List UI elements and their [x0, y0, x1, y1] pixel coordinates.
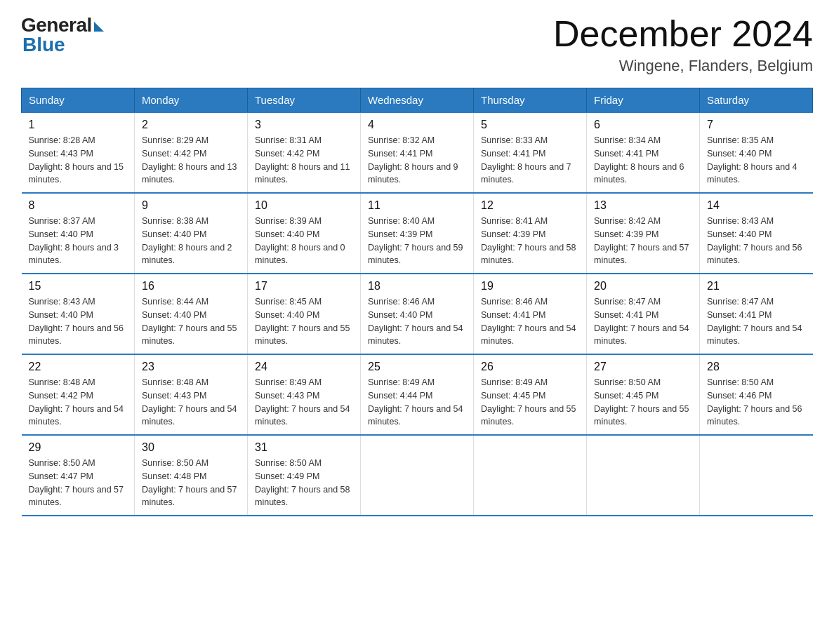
calendar-week-row: 22 Sunrise: 8:48 AM Sunset: 4:42 PM Dayl… [22, 354, 813, 435]
day-info: Sunrise: 8:47 AM Sunset: 4:41 PM Dayligh… [594, 295, 692, 348]
calendar-day-cell [587, 435, 700, 516]
logo-arrow-icon [94, 22, 104, 32]
calendar-day-cell: 18 Sunrise: 8:46 AM Sunset: 4:40 PM Dayl… [361, 274, 474, 354]
calendar-day-cell: 11 Sunrise: 8:40 AM Sunset: 4:39 PM Dayl… [361, 193, 474, 274]
day-number: 30 [142, 441, 240, 454]
calendar-day-cell: 30 Sunrise: 8:50 AM Sunset: 4:48 PM Dayl… [135, 435, 248, 516]
day-number: 18 [368, 280, 466, 293]
header-row: Sunday Monday Tuesday Wednesday Thursday… [22, 88, 813, 113]
calendar-table: Sunday Monday Tuesday Wednesday Thursday… [21, 88, 813, 516]
calendar-day-cell: 16 Sunrise: 8:44 AM Sunset: 4:40 PM Dayl… [135, 274, 248, 354]
day-info: Sunrise: 8:29 AM Sunset: 4:42 PM Dayligh… [142, 134, 240, 187]
day-info: Sunrise: 8:48 AM Sunset: 4:43 PM Dayligh… [142, 376, 240, 429]
calendar-day-cell: 14 Sunrise: 8:43 AM Sunset: 4:40 PM Dayl… [700, 193, 813, 274]
day-info: Sunrise: 8:33 AM Sunset: 4:41 PM Dayligh… [481, 134, 579, 187]
calendar-day-cell: 17 Sunrise: 8:45 AM Sunset: 4:40 PM Dayl… [248, 274, 361, 354]
month-title: December 2024 [553, 14, 813, 54]
calendar-day-cell: 7 Sunrise: 8:35 AM Sunset: 4:40 PM Dayli… [700, 112, 813, 193]
title-area: December 2024 Wingene, Flanders, Belgium [553, 14, 813, 75]
day-info: Sunrise: 8:35 AM Sunset: 4:40 PM Dayligh… [707, 134, 806, 187]
calendar-day-cell: 29 Sunrise: 8:50 AM Sunset: 4:47 PM Dayl… [22, 435, 135, 516]
calendar-day-cell [700, 435, 813, 516]
day-number: 12 [481, 199, 579, 212]
calendar-body: 1 Sunrise: 8:28 AM Sunset: 4:43 PM Dayli… [22, 112, 813, 516]
day-number: 21 [707, 280, 806, 293]
calendar-day-cell: 12 Sunrise: 8:41 AM Sunset: 4:39 PM Dayl… [474, 193, 587, 274]
day-info: Sunrise: 8:46 AM Sunset: 4:41 PM Dayligh… [481, 295, 579, 348]
day-info: Sunrise: 8:50 AM Sunset: 4:46 PM Dayligh… [707, 376, 806, 429]
day-info: Sunrise: 8:32 AM Sunset: 4:41 PM Dayligh… [368, 134, 466, 187]
day-info: Sunrise: 8:44 AM Sunset: 4:40 PM Dayligh… [142, 295, 240, 348]
calendar-day-cell: 20 Sunrise: 8:47 AM Sunset: 4:41 PM Dayl… [587, 274, 700, 354]
calendar-day-cell: 9 Sunrise: 8:38 AM Sunset: 4:40 PM Dayli… [135, 193, 248, 274]
day-number: 23 [142, 361, 240, 373]
location-subtitle: Wingene, Flanders, Belgium [553, 57, 813, 75]
day-info: Sunrise: 8:31 AM Sunset: 4:42 PM Dayligh… [255, 134, 353, 187]
calendar-day-cell: 24 Sunrise: 8:49 AM Sunset: 4:43 PM Dayl… [248, 354, 361, 435]
calendar-day-cell: 28 Sunrise: 8:50 AM Sunset: 4:46 PM Dayl… [700, 354, 813, 435]
day-number: 5 [481, 119, 579, 131]
calendar-day-cell: 10 Sunrise: 8:39 AM Sunset: 4:40 PM Dayl… [248, 193, 361, 274]
day-number: 26 [481, 361, 579, 373]
day-info: Sunrise: 8:49 AM Sunset: 4:44 PM Dayligh… [368, 376, 466, 429]
calendar-day-cell: 27 Sunrise: 8:50 AM Sunset: 4:45 PM Dayl… [587, 354, 700, 435]
day-number: 4 [368, 119, 466, 131]
day-info: Sunrise: 8:47 AM Sunset: 4:41 PM Dayligh… [707, 295, 806, 348]
day-number: 25 [368, 361, 466, 373]
day-number: 31 [255, 441, 353, 454]
day-info: Sunrise: 8:50 AM Sunset: 4:49 PM Dayligh… [255, 457, 353, 509]
calendar-day-cell: 21 Sunrise: 8:47 AM Sunset: 4:41 PM Dayl… [700, 274, 813, 354]
day-number: 17 [255, 280, 353, 293]
col-tuesday: Tuesday [248, 88, 361, 113]
day-info: Sunrise: 8:50 AM Sunset: 4:47 PM Dayligh… [29, 457, 128, 509]
calendar-day-cell: 2 Sunrise: 8:29 AM Sunset: 4:42 PM Dayli… [135, 112, 248, 193]
day-info: Sunrise: 8:49 AM Sunset: 4:45 PM Dayligh… [481, 376, 579, 429]
calendar-header: Sunday Monday Tuesday Wednesday Thursday… [22, 88, 813, 113]
logo-blue-text: Blue [21, 34, 65, 56]
day-number: 3 [255, 119, 353, 131]
col-monday: Monday [135, 88, 248, 113]
day-number: 29 [29, 441, 128, 454]
calendar-day-cell: 22 Sunrise: 8:48 AM Sunset: 4:42 PM Dayl… [22, 354, 135, 435]
day-number: 10 [255, 199, 353, 212]
day-info: Sunrise: 8:40 AM Sunset: 4:39 PM Dayligh… [368, 215, 466, 267]
calendar-day-cell: 13 Sunrise: 8:42 AM Sunset: 4:39 PM Dayl… [587, 193, 700, 274]
calendar-day-cell: 23 Sunrise: 8:48 AM Sunset: 4:43 PM Dayl… [135, 354, 248, 435]
day-number: 16 [142, 280, 240, 293]
day-info: Sunrise: 8:28 AM Sunset: 4:43 PM Dayligh… [29, 134, 128, 187]
day-number: 22 [29, 361, 128, 373]
day-info: Sunrise: 8:34 AM Sunset: 4:41 PM Dayligh… [594, 134, 692, 187]
day-info: Sunrise: 8:42 AM Sunset: 4:39 PM Dayligh… [594, 215, 692, 267]
logo: General Blue [21, 14, 104, 56]
day-number: 8 [29, 199, 128, 212]
calendar-week-row: 8 Sunrise: 8:37 AM Sunset: 4:40 PM Dayli… [22, 193, 813, 274]
day-info: Sunrise: 8:39 AM Sunset: 4:40 PM Dayligh… [255, 215, 353, 267]
day-number: 27 [594, 361, 692, 373]
day-number: 24 [255, 361, 353, 373]
calendar-day-cell: 3 Sunrise: 8:31 AM Sunset: 4:42 PM Dayli… [248, 112, 361, 193]
calendar-day-cell: 6 Sunrise: 8:34 AM Sunset: 4:41 PM Dayli… [587, 112, 700, 193]
day-number: 15 [29, 280, 128, 293]
calendar-day-cell: 19 Sunrise: 8:46 AM Sunset: 4:41 PM Dayl… [474, 274, 587, 354]
calendar-day-cell: 25 Sunrise: 8:49 AM Sunset: 4:44 PM Dayl… [361, 354, 474, 435]
day-info: Sunrise: 8:43 AM Sunset: 4:40 PM Dayligh… [707, 215, 806, 267]
day-number: 11 [368, 199, 466, 212]
day-number: 19 [481, 280, 579, 293]
day-info: Sunrise: 8:50 AM Sunset: 4:48 PM Dayligh… [142, 457, 240, 509]
day-info: Sunrise: 8:46 AM Sunset: 4:40 PM Dayligh… [368, 295, 466, 348]
calendar-day-cell: 4 Sunrise: 8:32 AM Sunset: 4:41 PM Dayli… [361, 112, 474, 193]
calendar-day-cell: 26 Sunrise: 8:49 AM Sunset: 4:45 PM Dayl… [474, 354, 587, 435]
calendar-day-cell: 8 Sunrise: 8:37 AM Sunset: 4:40 PM Dayli… [22, 193, 135, 274]
day-number: 9 [142, 199, 240, 212]
day-info: Sunrise: 8:48 AM Sunset: 4:42 PM Dayligh… [29, 376, 128, 429]
calendar-day-cell: 5 Sunrise: 8:33 AM Sunset: 4:41 PM Dayli… [474, 112, 587, 193]
day-number: 14 [707, 199, 806, 212]
day-info: Sunrise: 8:50 AM Sunset: 4:45 PM Dayligh… [594, 376, 692, 429]
day-number: 6 [594, 119, 692, 131]
day-number: 2 [142, 119, 240, 131]
col-thursday: Thursday [474, 88, 587, 113]
day-info: Sunrise: 8:38 AM Sunset: 4:40 PM Dayligh… [142, 215, 240, 267]
day-number: 13 [594, 199, 692, 212]
col-sunday: Sunday [22, 88, 135, 113]
col-wednesday: Wednesday [361, 88, 474, 113]
